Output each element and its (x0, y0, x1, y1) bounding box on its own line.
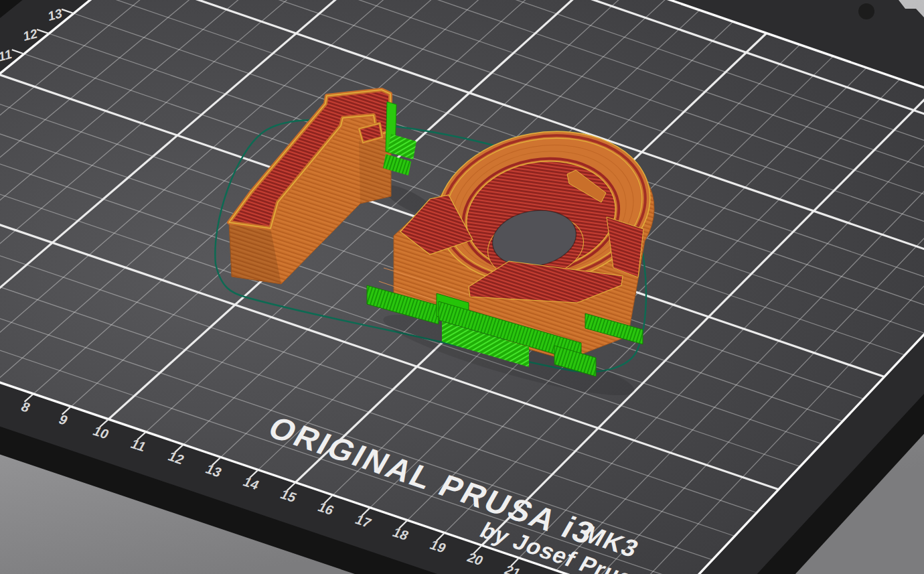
print-bed-scene[interactable]: 89101112131415161718192021111213 ORIGINA… (0, 0, 924, 574)
slicer-3d-viewport[interactable]: 89101112131415161718192021111213 ORIGINA… (0, 0, 924, 574)
heatbed-cable-stub (858, 3, 874, 19)
